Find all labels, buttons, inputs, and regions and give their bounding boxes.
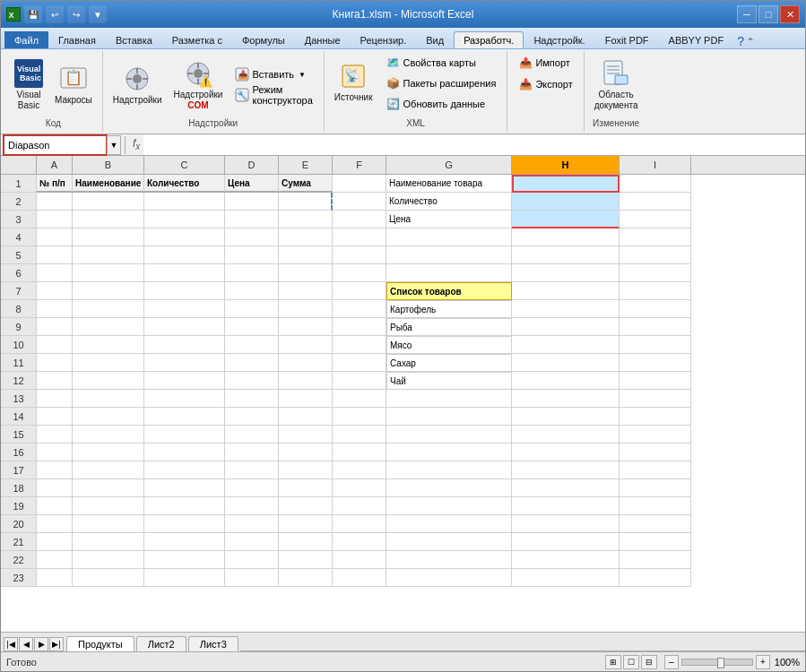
maximize-btn[interactable]: □ xyxy=(758,5,778,23)
cell-c21[interactable] xyxy=(144,533,225,551)
cell-e19[interactable] xyxy=(279,497,333,515)
cell-a20[interactable] xyxy=(37,515,73,533)
cell-g2[interactable]: Количество xyxy=(386,193,512,211)
cell-e7[interactable] xyxy=(279,282,333,300)
cell-b9[interactable] xyxy=(73,318,144,336)
col-header-g[interactable]: G xyxy=(386,156,512,174)
cell-d21[interactable] xyxy=(225,533,279,551)
cell-g15[interactable] xyxy=(386,426,512,444)
cell-e2[interactable] xyxy=(279,193,333,211)
cell-e22[interactable] xyxy=(279,551,333,569)
sheet-nav-last[interactable]: ▶| xyxy=(49,637,64,651)
tab-data[interactable]: Данные xyxy=(295,31,351,48)
cell-f4[interactable] xyxy=(333,228,386,246)
cell-i11[interactable] xyxy=(620,354,691,372)
cell-c18[interactable] xyxy=(144,479,225,497)
cell-e4[interactable] xyxy=(279,228,333,246)
cell-h2[interactable] xyxy=(512,193,620,211)
cell-h1[interactable] xyxy=(512,175,620,193)
cell-c23[interactable] xyxy=(144,569,225,587)
sheet-nav-prev[interactable]: ◀ xyxy=(19,637,33,651)
export-btn[interactable]: 📥 Экспорт xyxy=(513,74,577,94)
visual-basic-btn[interactable]: VisualBasic VisualBasic xyxy=(10,58,48,112)
cell-b4[interactable] xyxy=(73,228,144,246)
zoom-in-btn[interactable]: + xyxy=(756,655,770,669)
cell-c16[interactable] xyxy=(144,444,225,461)
cell-i17[interactable] xyxy=(620,461,691,479)
cell-h8[interactable] xyxy=(512,300,620,318)
cell-i14[interactable] xyxy=(620,408,691,426)
cell-a9[interactable] xyxy=(37,318,73,336)
cell-c17[interactable] xyxy=(144,461,225,479)
cell-g12[interactable]: Чай xyxy=(386,372,512,390)
cell-h16[interactable] xyxy=(512,444,620,461)
cell-f18[interactable] xyxy=(333,479,386,497)
cell-f7[interactable] xyxy=(333,282,386,300)
cell-e8[interactable] xyxy=(279,300,333,318)
cell-h10[interactable] xyxy=(512,336,620,354)
cell-a4[interactable] xyxy=(37,228,73,246)
save-quick-btn[interactable]: 💾 xyxy=(24,5,42,23)
cell-h15[interactable] xyxy=(512,426,620,444)
cell-i18[interactable] xyxy=(620,479,691,497)
tab-addins[interactable]: Надстройк. xyxy=(524,31,594,48)
cell-b17[interactable] xyxy=(73,461,144,479)
cell-c12[interactable] xyxy=(144,372,225,390)
cell-i3[interactable] xyxy=(620,211,691,228)
sheet-nav-first[interactable]: |◀ xyxy=(4,637,18,651)
customize-quick-btn[interactable]: ▼ xyxy=(89,5,107,23)
zoom-slider[interactable] xyxy=(681,659,753,666)
normal-view-btn[interactable]: ⊞ xyxy=(605,655,621,669)
cell-i4[interactable] xyxy=(620,228,691,246)
cell-e1[interactable]: Сумма xyxy=(279,175,333,193)
cell-d11[interactable] xyxy=(225,354,279,372)
cell-i5[interactable] xyxy=(620,246,691,264)
refresh-data-btn[interactable]: 🔄 Обновить данные xyxy=(381,94,502,114)
tab-layout[interactable]: Разметка с xyxy=(162,31,232,48)
cell-b7[interactable] xyxy=(73,282,144,300)
cell-d23[interactable] xyxy=(225,569,279,587)
cell-a8[interactable] xyxy=(37,300,73,318)
sheet-tab-list3[interactable]: Лист3 xyxy=(188,636,238,651)
macros-btn[interactable]: 📋 Макросы xyxy=(50,58,97,112)
cell-f21[interactable] xyxy=(333,533,386,551)
cell-a17[interactable] xyxy=(37,461,73,479)
cell-c4[interactable] xyxy=(144,228,225,246)
cell-g5[interactable] xyxy=(386,246,512,264)
cell-e6[interactable] xyxy=(279,264,333,282)
cell-f17[interactable] xyxy=(333,461,386,479)
cell-h4[interactable] xyxy=(512,228,620,246)
cell-g9[interactable]: Рыба xyxy=(386,318,512,336)
close-btn[interactable]: ✕ xyxy=(780,5,800,23)
cell-d19[interactable] xyxy=(225,497,279,515)
cell-i16[interactable] xyxy=(620,444,691,461)
tab-formulas[interactable]: Формулы xyxy=(232,31,295,48)
cell-c5[interactable] xyxy=(144,246,225,264)
cell-f12[interactable] xyxy=(333,372,386,390)
cell-g23[interactable] xyxy=(386,569,512,587)
cell-f1[interactable] xyxy=(333,175,386,193)
cell-d10[interactable] xyxy=(225,336,279,354)
cell-e20[interactable] xyxy=(279,515,333,533)
cell-f14[interactable] xyxy=(333,408,386,426)
page-break-btn[interactable]: ⊟ xyxy=(641,655,657,669)
col-header-b[interactable]: B xyxy=(73,156,144,174)
cell-i20[interactable] xyxy=(620,515,691,533)
cell-i1[interactable] xyxy=(620,175,691,193)
minimize-btn[interactable]: ─ xyxy=(737,5,757,23)
document-area-btn[interactable]: Областьдокумента xyxy=(590,58,643,112)
cell-i7[interactable] xyxy=(620,282,691,300)
cell-f23[interactable] xyxy=(333,569,386,587)
cell-a22[interactable] xyxy=(37,551,73,569)
cell-b14[interactable] xyxy=(73,408,144,426)
cell-g1[interactable]: Наименование товара xyxy=(386,175,512,193)
cell-g14[interactable] xyxy=(386,408,512,426)
cell-h23[interactable] xyxy=(512,569,620,587)
cell-c11[interactable] xyxy=(144,354,225,372)
constructor-mode-btn[interactable]: 🔧 Режимконструктора xyxy=(230,85,317,105)
cell-g17[interactable] xyxy=(386,461,512,479)
cell-e11[interactable] xyxy=(279,354,333,372)
cell-g11[interactable]: Сахар xyxy=(386,354,512,372)
cell-d9[interactable] xyxy=(225,318,279,336)
cell-c10[interactable] xyxy=(144,336,225,354)
